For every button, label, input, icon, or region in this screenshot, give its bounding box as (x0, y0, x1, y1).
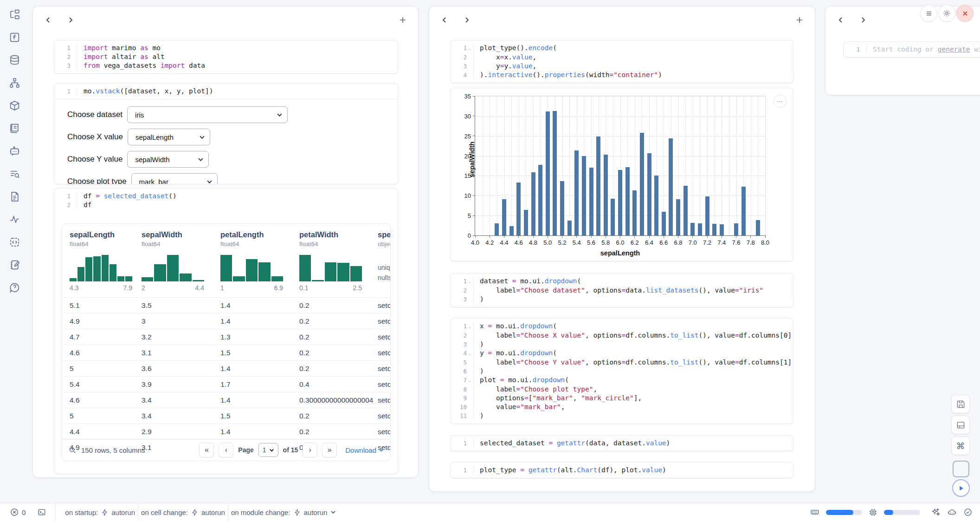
documentation-icon[interactable] (8, 190, 21, 203)
runtime-config-item[interactable]: on cell change:autorun (138, 503, 228, 521)
code-line[interactable]: 11) (451, 411, 793, 420)
column-header-species[interactable]: speciesobject (378, 224, 391, 247)
mini-histogram[interactable] (70, 255, 132, 281)
code-text[interactable]: y=y.value, (473, 62, 793, 71)
chart-bar[interactable] (604, 155, 608, 235)
code-line[interactable]: 1⌄plot_type().encode( (451, 44, 793, 53)
chevron-left-icon[interactable] (438, 14, 451, 26)
menu-button[interactable] (920, 5, 937, 22)
chart-bar[interactable] (567, 221, 572, 235)
code-line[interactable]: 1⌄dataset = mo.ui.dropdown( (451, 277, 793, 286)
snippets-icon[interactable] (8, 236, 21, 248)
fold-chevron-icon[interactable]: ⌄ (467, 322, 471, 331)
chart-bar[interactable] (647, 153, 651, 235)
code-line[interactable]: 2 x=x.value, (451, 53, 793, 62)
chart-bar[interactable] (560, 181, 564, 235)
help-icon[interactable] (8, 281, 21, 294)
code-text[interactable]: Start coding or generate with AI. (866, 45, 980, 54)
dropdown-choose-x-value[interactable]: sepalLength (128, 129, 210, 145)
dropdown-choose-dataset[interactable]: iris (127, 106, 288, 123)
code-line[interactable]: 3from vega_datasets import data (54, 61, 398, 70)
table-row[interactable]: 4.63.41.40.30000000000000004setosa (62, 392, 390, 408)
code-text[interactable]: label="Choose X value", options=df.colum… (473, 331, 793, 340)
code-line[interactable]: 2import altair as alt (54, 52, 398, 61)
table-row[interactable]: 53.41.50.2setosa (62, 408, 390, 423)
code-cell-dataset-dropdown[interactable]: 1⌄dataset = mo.ui.dropdown(2 label="Choo… (450, 273, 793, 307)
fold-chevron-icon[interactable]: ⌄ (467, 376, 471, 385)
code-text[interactable]: ) (473, 367, 793, 376)
code-text[interactable]: ) (473, 411, 793, 420)
code-text[interactable]: import altair as alt (77, 52, 398, 61)
code-text[interactable]: ).interactive().properties(width="contai… (473, 71, 793, 79)
chart-bar[interactable] (596, 137, 600, 235)
table-row[interactable]: 4.63.11.50.2setosa (62, 345, 390, 360)
chart-bar[interactable] (546, 111, 550, 235)
code-line[interactable]: 6) (451, 367, 793, 376)
table-row[interactable]: 5.13.51.40.2setosa (62, 297, 390, 313)
code-text[interactable]: from vega_datasets import data (77, 61, 398, 70)
code-line[interactable]: 1df = selected_dataset() (54, 192, 398, 201)
chart-bar[interactable] (516, 182, 521, 235)
chart-bar[interactable] (618, 170, 622, 235)
mini-histogram[interactable] (220, 255, 283, 281)
mini-histogram[interactable] (299, 255, 362, 281)
code-line[interactable]: 1selected_dataset = getattr(data, datase… (451, 439, 793, 448)
chart-bar[interactable] (495, 223, 499, 235)
chart-bar[interactable] (705, 196, 709, 235)
terminal-button[interactable] (35, 503, 49, 521)
code-line[interactable]: 2 label="Choose dataset", options=data.l… (451, 286, 793, 295)
code-text[interactable]: import marimo as mo (77, 44, 398, 52)
code-line[interactable]: 4⌄y = mo.ui.dropdown( (451, 349, 793, 358)
code-line[interactable]: 3 y=y.value, (451, 62, 793, 71)
code-cell-plot-type[interactable]: 1plot_type = getattr(alt.Chart(df), plot… (450, 462, 793, 478)
code-cell-imports[interactable]: 1import marimo as mo2import altair as al… (54, 40, 398, 74)
chart-bar[interactable] (712, 224, 716, 235)
chart-bar[interactable] (741, 187, 746, 235)
code-line[interactable]: 3) (451, 340, 793, 349)
prev-page-button[interactable]: ‹ (219, 443, 233, 457)
helper-functions-icon[interactable] (8, 31, 21, 44)
packages-icon[interactable] (8, 99, 21, 112)
ai-chat-icon[interactable] (8, 145, 21, 157)
chart-bar[interactable] (538, 165, 542, 235)
datasources-icon[interactable] (8, 54, 21, 66)
add-cell-button[interactable] (793, 14, 806, 26)
code-cell-df[interactable]: 1df = selected_dataset()2df sepalLengthf… (54, 188, 398, 474)
chevron-right-icon[interactable] (461, 14, 473, 26)
code-line[interactable]: 1⌄x = mo.ui.dropdown( (451, 322, 793, 331)
code-cell-plot[interactable]: 1⌄plot_type().encode(2 x=x.value,3 y=y.v… (450, 40, 793, 83)
page-select[interactable]: 1 (258, 443, 278, 457)
chart-bar[interactable] (690, 223, 695, 235)
chevron-right-icon[interactable] (857, 14, 869, 26)
shutdown-button[interactable] (956, 5, 974, 22)
notebook-script-icon[interactable] (8, 122, 21, 135)
layout-toggle-button[interactable] (951, 416, 970, 434)
chart-bar[interactable] (676, 199, 680, 235)
code-text[interactable]: y = mo.ui.dropdown( (473, 349, 793, 358)
chart-bar[interactable] (625, 167, 630, 235)
table-row[interactable]: 53.61.40.2setosa (62, 360, 390, 376)
code-line[interactable]: 7⌄plot = mo.ui.dropdown( (451, 376, 793, 385)
chart-bar[interactable] (531, 172, 535, 235)
table-row[interactable]: 5.43.91.70.4setosa (62, 376, 390, 392)
code-cell-empty-ai[interactable]: 1Start coding or generate with AI. (843, 41, 980, 58)
code-line[interactable]: 1plot_type = getattr(alt.Chart(df), plot… (451, 466, 793, 475)
code-text[interactable]: label="Choose plot type", (473, 385, 793, 394)
ai-sparkles-icon[interactable] (931, 508, 941, 517)
run-all-button[interactable] (952, 479, 970, 497)
chart-bar[interactable] (669, 138, 673, 235)
chevron-left-icon[interactable] (42, 14, 54, 26)
code-line[interactable]: 1import marimo as mo (54, 44, 398, 52)
code-text[interactable]: df (77, 201, 398, 209)
code-text[interactable]: dataset = mo.ui.dropdown( (473, 277, 793, 286)
chart-bar[interactable] (589, 168, 593, 235)
code-cell-xy-plot-dropdowns[interactable]: 1⌄x = mo.ui.dropdown(2 label="Choose X v… (450, 318, 793, 424)
stop-kernel-button[interactable] (953, 461, 969, 477)
column-header-sepalWidth[interactable]: sepalWidthfloat64 (142, 224, 220, 247)
code-text[interactable]: ) (473, 295, 793, 304)
chart-bar[interactable] (582, 156, 586, 235)
code-cell-selected-dataset[interactable]: 1selected_dataset = getattr(data, datase… (450, 435, 793, 451)
chart-bar[interactable] (611, 199, 615, 235)
errors-indicator[interactable]: 0 (7, 503, 28, 521)
chart-bar[interactable] (502, 199, 506, 235)
